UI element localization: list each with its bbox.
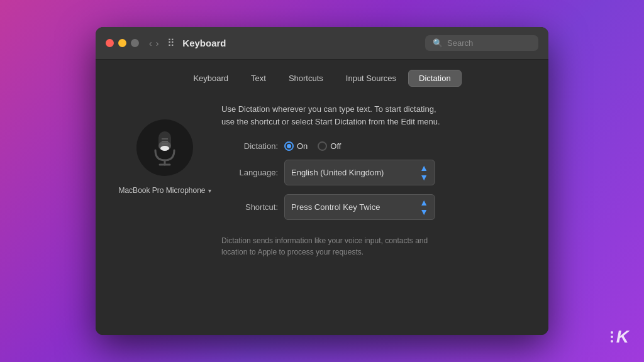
tab-text[interactable]: Text — [240, 70, 277, 87]
mic-icon-container — [136, 119, 193, 176]
dictation-off-option[interactable]: Off — [318, 141, 341, 151]
language-dropdown-value: English (United Kingdom) — [291, 168, 416, 177]
radio-off-label: Off — [330, 141, 341, 151]
shortcut-dropdown-value: Press Control Key Twice — [291, 202, 416, 212]
tab-dictation[interactable]: Dictation — [408, 70, 462, 87]
search-box[interactable]: 🔍 — [425, 35, 538, 51]
keyboard-preferences-window: ‹ › ⠿ Keyboard 🔍 Keyboard Text Shortcuts… — [96, 27, 548, 335]
tabs-bar: Keyboard Text Shortcuts Input Sources Di… — [96, 60, 548, 94]
radio-off-circle[interactable] — [318, 141, 327, 151]
svg-point-5 — [160, 146, 169, 151]
shortcut-field-label: Shortcut: — [221, 202, 278, 212]
language-dropdown-arrow-icon: ▲ ▼ — [419, 163, 428, 182]
nav-arrows: ‹ › — [149, 38, 158, 48]
back-arrow-icon[interactable]: ‹ — [149, 38, 152, 48]
dictation-row: Dictation: On Off — [221, 141, 536, 151]
tab-keyboard[interactable]: Keyboard — [182, 70, 239, 87]
traffic-lights — [106, 39, 139, 47]
logo-dot-1 — [611, 331, 613, 334]
radio-on-circle[interactable] — [284, 141, 294, 151]
radio-on-label: On — [297, 141, 308, 151]
shortcut-row: Shortcut: Press Control Key Twice ▲ ▼ — [221, 194, 536, 220]
search-icon: 🔍 — [433, 38, 443, 48]
left-panel: MacBook Pro Microphone ▾ — [108, 101, 221, 322]
logo-dot-2 — [611, 336, 613, 338]
knowtechie-logo: K — [611, 327, 629, 347]
language-field-label: Language: — [221, 168, 278, 177]
logo-dots — [611, 331, 613, 343]
footer-note: Dictation sends information like your vo… — [221, 235, 536, 258]
mic-chevron-icon: ▾ — [208, 187, 211, 194]
logo-letter: K — [616, 327, 629, 347]
dictation-on-option[interactable]: On — [284, 141, 308, 151]
maximize-button[interactable] — [131, 39, 139, 47]
forward-arrow-icon[interactable]: › — [156, 38, 159, 48]
mic-name-text: MacBook Pro Microphone — [118, 186, 205, 195]
logo-dot-3 — [611, 340, 613, 343]
mic-label[interactable]: MacBook Pro Microphone ▾ — [118, 186, 211, 195]
shortcut-dropdown-arrow-icon: ▲ ▼ — [419, 198, 428, 216]
window-title: Keyboard — [182, 38, 418, 48]
microphone-icon — [149, 129, 180, 167]
shortcut-dropdown[interactable]: Press Control Key Twice ▲ ▼ — [284, 194, 435, 220]
dictation-field-label: Dictation: — [221, 141, 278, 151]
language-row: Language: English (United Kingdom) ▲ ▼ — [221, 160, 536, 185]
grid-icon[interactable]: ⠿ — [167, 37, 175, 49]
titlebar: ‹ › ⠿ Keyboard 🔍 — [96, 27, 548, 60]
tab-input-sources[interactable]: Input Sources — [335, 70, 407, 87]
tab-shortcuts[interactable]: Shortcuts — [278, 70, 334, 87]
minimize-button[interactable] — [118, 39, 126, 47]
close-button[interactable] — [106, 39, 114, 47]
content-area: Keyboard Text Shortcuts Input Sources Di… — [96, 60, 548, 335]
main-panel: MacBook Pro Microphone ▾ Use Dictation w… — [96, 94, 548, 335]
dictation-radio-group: On Off — [284, 141, 341, 151]
search-input[interactable] — [447, 38, 531, 48]
right-panel: Use Dictation wherever you can type text… — [221, 101, 536, 322]
form-rows: Dictation: On Off — [221, 141, 536, 220]
description-text: Use Dictation wherever you can type text… — [221, 101, 536, 128]
language-dropdown[interactable]: English (United Kingdom) ▲ ▼ — [284, 160, 435, 185]
